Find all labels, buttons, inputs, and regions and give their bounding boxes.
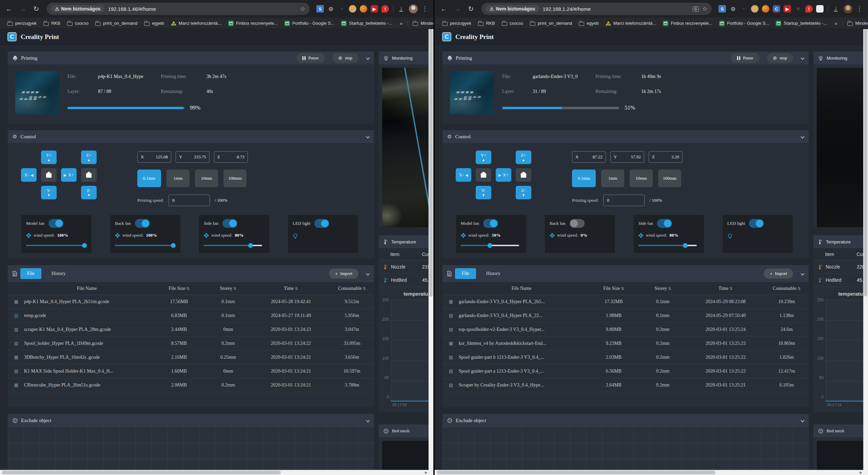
y-position[interactable]: Y57.92	[610, 151, 644, 163]
nozzle-row[interactable]: Nozzle 219	[379, 260, 433, 274]
address-bar[interactable]: ⚠ Nem biztonságos 192.168.1.24/#/home G …	[481, 3, 712, 15]
tab-history[interactable]: History	[45, 268, 73, 279]
bookmark-star-icon[interactable]: ☆	[702, 5, 708, 13]
col-file-size[interactable]: File Size⇅	[588, 286, 639, 291]
extension-icon[interactable]: S	[718, 5, 726, 13]
downloads-icon[interactable]: ↓	[830, 3, 842, 15]
extension-icon[interactable]: S	[316, 5, 324, 13]
printing-speed-input[interactable]	[169, 195, 210, 206]
x-plus-button[interactable]: ▶X+	[496, 168, 511, 182]
url-text[interactable]: 192.168.1.24/#/home	[542, 6, 591, 12]
hotbed-row[interactable]: HotBed 45.	[379, 274, 433, 287]
step-0.1mm[interactable]: 0.1mm	[572, 170, 596, 187]
bookmark-item[interactable]: Marci telefonszámlá...	[603, 19, 659, 27]
bookmark-item[interactable]: Finbox reszvenyele...	[660, 19, 715, 27]
bookmarks-overflow[interactable]: »	[396, 20, 406, 26]
scrollbar-thumb[interactable]	[437, 471, 715, 474]
extension-icon[interactable]: !	[381, 5, 389, 13]
table-row[interactable]: ▦ 3DBenchy_Hyper PLA_16m42s .gcode 2.16M…	[8, 351, 374, 364]
import-button[interactable]: +Import	[764, 269, 793, 279]
step-100mm[interactable]: 100mm	[658, 170, 681, 187]
home-z-button[interactable]	[516, 168, 531, 182]
extension-icon[interactable]: ~	[338, 5, 346, 13]
model-fan-toggle[interactable]	[48, 219, 63, 228]
step-1mm[interactable]: 1mm	[601, 170, 624, 187]
extension-icon[interactable]: ▶	[371, 5, 378, 13]
table-row[interactable]: ▨ Scraper by Creality-Ender-3 V3_0.4_Hyp…	[442, 378, 809, 392]
extension-icon[interactable]: C	[773, 5, 780, 13]
camera-feed[interactable]	[817, 68, 868, 227]
table-row[interactable]: ▨ Spool guider-part b 1213-Ender-3 V3_0.…	[442, 351, 809, 364]
extension-icon[interactable]	[816, 5, 824, 13]
bookmark-item[interactable]: csocso	[499, 19, 526, 27]
table-row[interactable]: ▨ K1 MAX Side Spool Holder-K1 Max_0.4_H.…	[8, 364, 374, 378]
chevron-down-icon[interactable]	[801, 418, 804, 422]
table-row[interactable]: ▦ garlando-Ender-3 V3_0.4_Hyper PLA_2h5.…	[442, 295, 809, 309]
step-0.1mm[interactable]: 0.1mm	[137, 170, 161, 187]
table-row[interactable]: ▨ scraper-K1 Max_0.4_Hyper PLA_28m.gcode…	[8, 323, 374, 337]
chevron-down-icon[interactable]	[366, 418, 370, 422]
back-icon[interactable]: ←	[438, 3, 450, 15]
side-fan-slider[interactable]	[638, 245, 697, 246]
exclude-object-grid[interactable]	[442, 427, 809, 475]
nozzle-row[interactable]: Nozzle 220	[813, 260, 868, 274]
tab-file[interactable]: File	[455, 268, 476, 279]
hotbed-row[interactable]: HotBed 45.	[813, 274, 868, 287]
import-button[interactable]: +Import	[329, 269, 358, 279]
bookmark-item[interactable]: csocso	[64, 19, 91, 27]
bookmark-item[interactable]: Startup_befektetés -...	[773, 19, 830, 27]
address-bar[interactable]: ⚠ Nem biztonságos 192.168.1.46/#/home ☆	[47, 3, 310, 15]
tab-history[interactable]: History	[479, 268, 507, 279]
col-time[interactable]: Time⇅	[252, 286, 330, 291]
downloads-icon[interactable]: ↓	[395, 3, 407, 15]
col-storey[interactable]: Storey⇅	[204, 286, 252, 291]
scrollbar-thumb[interactable]	[864, 29, 867, 297]
bookmark-item[interactable]: Startup_befektetés -...	[338, 19, 395, 27]
vertical-scrollbar[interactable]	[863, 29, 868, 475]
z-minus-button[interactable]: Z-▼	[516, 186, 531, 199]
z-plus-button[interactable]: Z+▲	[516, 151, 531, 164]
side-fan-toggle[interactable]	[222, 219, 237, 228]
step-10mm[interactable]: 10mm	[630, 170, 653, 187]
z-position[interactable]: Z3.20	[649, 151, 683, 163]
translate-icon[interactable]: G	[693, 6, 699, 12]
table-row[interactable]: ▨ garlando-Ender-3 V3_0.4_Hyper PLA_22..…	[442, 309, 809, 323]
profile-avatar[interactable]	[844, 4, 852, 13]
table-row[interactable]: ▧ Spool_holder_Hyper PLA_1H49m.gcode 8.5…	[8, 337, 374, 351]
y-minus-button[interactable]: Y-▼	[41, 186, 57, 199]
table-row[interactable]: ▦ ksr_fdmtest_v4 by Autodesk&kickstart-E…	[442, 337, 809, 351]
model-fan-toggle[interactable]	[483, 219, 498, 228]
table-row[interactable]: ▦ p4p-K1 Max_0.4_Hyper PLA_2h51m.gcode 1…	[8, 295, 374, 309]
bookmark-item[interactable]: penzugyek	[439, 19, 474, 27]
chevron-down-icon[interactable]	[801, 56, 804, 60]
x-position[interactable]: X125.08	[137, 151, 171, 163]
step-10mm[interactable]: 10mm	[195, 170, 218, 187]
extension-icon[interactable]: ⚙	[327, 5, 335, 13]
y-position[interactable]: Y233.75	[176, 151, 210, 163]
reload-icon[interactable]: ↻	[465, 3, 477, 15]
step-1mm[interactable]: 1mm	[166, 170, 190, 187]
printing-speed-input[interactable]	[603, 195, 645, 206]
forward-icon[interactable]: →	[452, 3, 463, 15]
extension-icon[interactable]: ▶	[784, 5, 791, 13]
back-fan-toggle[interactable]	[570, 219, 585, 228]
menu-icon[interactable]: ⋮	[854, 5, 865, 13]
bookmark-star-icon[interactable]: ☆	[300, 5, 305, 13]
chevron-down-icon[interactable]	[801, 272, 804, 275]
chevron-down-icon[interactable]	[366, 272, 370, 275]
bookmark-item[interactable]: egyeb	[141, 19, 166, 27]
z-minus-button[interactable]: Z-▼	[81, 186, 97, 199]
camera-feed[interactable]	[382, 68, 433, 227]
extension-icon[interactable]	[751, 5, 758, 13]
back-fan-slider[interactable]	[115, 245, 173, 246]
bookmark-item[interactable]: print_on_demand	[527, 19, 575, 27]
stop-button[interactable]: ⊘ stop	[767, 53, 793, 63]
menu-icon[interactable]: ⋮	[420, 5, 430, 13]
bookmark-item[interactable]: penzugyek	[5, 19, 39, 27]
pause-button[interactable]: Pause	[731, 53, 759, 63]
extension-icon[interactable]: !	[805, 5, 813, 13]
stop-button[interactable]: ⊘ stop	[332, 53, 358, 63]
x-minus-button[interactable]: X-◀	[456, 168, 471, 182]
y-plus-button[interactable]: Y+▲	[41, 151, 57, 164]
col-time[interactable]: Time⇅	[687, 286, 765, 291]
